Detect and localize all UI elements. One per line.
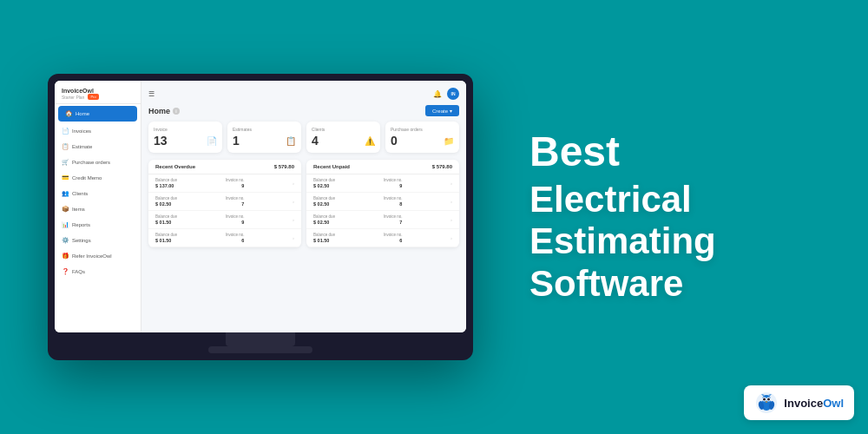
row-amount: $ 137.00 bbox=[155, 183, 177, 188]
table-row[interactable]: Balance due $ 02.50 Invoice no. 7 › bbox=[148, 193, 301, 211]
invoice-owl-badge: InvoiceOwl bbox=[744, 385, 854, 420]
heading-line2: Electrical bbox=[529, 179, 692, 220]
stat-purchase-number: 0 bbox=[391, 134, 398, 148]
estimate-icon: 📋 bbox=[62, 143, 69, 150]
stat-estimates-number: 1 bbox=[233, 134, 240, 148]
sidebar-item-clients[interactable]: 👥 Clients bbox=[55, 186, 141, 201]
invoice-label: Invoice no. bbox=[226, 196, 245, 201]
unpaid-total: $ 579.80 bbox=[432, 164, 452, 169]
sidebar-item-credit-memo-label: Credit Memo bbox=[72, 175, 102, 181]
sidebar-item-items-label: Items bbox=[72, 207, 85, 212]
sidebar-item-purchase-orders[interactable]: 🛒 Purchase orders bbox=[55, 155, 141, 170]
sidebar-item-refer[interactable]: 🎁 Refer InvoiceOwl bbox=[55, 248, 141, 264]
stat-invoice-icon: 📄 bbox=[207, 136, 217, 146]
sidebar-item-invoices-label: Invoices bbox=[72, 128, 91, 134]
sidebar-item-clients-label: Clients bbox=[72, 191, 88, 196]
stat-card-clients[interactable]: Clients 4 ⚠️ bbox=[306, 122, 380, 153]
clients-icon: 👥 bbox=[62, 190, 69, 197]
row-left: Balance due $ 01.50 bbox=[155, 214, 177, 225]
owl-icon bbox=[754, 391, 779, 415]
invoice-label: Invoice no. bbox=[384, 233, 403, 237]
stat-card-estimates[interactable]: Estimates 1 📋 bbox=[227, 122, 301, 153]
main-content: ☰ 🔔 IN Home i Create bbox=[141, 81, 466, 332]
hamburger-icon[interactable]: ☰ bbox=[148, 90, 155, 98]
balance-label: Balance due bbox=[155, 178, 177, 182]
chevron-icon: › bbox=[293, 235, 294, 240]
row-right: Invoice no. 9 bbox=[384, 178, 403, 188]
sidebar: InvoiceOwl Starter Plan Pro 🏠 Home 📄 Inv… bbox=[55, 81, 141, 332]
create-dropdown-icon: ▾ bbox=[450, 108, 452, 114]
row-left: Balance due $ 01.50 bbox=[155, 233, 177, 243]
logo-text: InvoiceOwl bbox=[62, 88, 134, 94]
invoice-num: 8 bbox=[399, 201, 402, 207]
logo-sub: Starter Plan bbox=[62, 95, 84, 100]
table-row[interactable]: Balance due $ 02.50 Invoice no. 8 › bbox=[306, 193, 459, 211]
create-button[interactable]: Create ▾ bbox=[425, 105, 459, 116]
create-button-label: Create bbox=[432, 108, 448, 114]
chevron-icon: › bbox=[450, 181, 452, 186]
monitor-base bbox=[208, 346, 312, 353]
unpaid-title: Recent Unpaid bbox=[313, 164, 350, 169]
stat-card-invoice[interactable]: Invoice 13 📄 bbox=[148, 122, 222, 153]
table-row[interactable]: Balance due $ 01.50 Invoice no. 6 › bbox=[306, 229, 459, 247]
balance-label: Balance due bbox=[313, 214, 335, 219]
invoice-label: Invoice no. bbox=[384, 196, 403, 201]
stat-clients-number: 4 bbox=[312, 134, 319, 148]
stat-invoice-label: Invoice bbox=[154, 127, 217, 132]
stat-clients-label: Clients bbox=[312, 127, 375, 132]
sidebar-item-purchase-orders-label: Purchase orders bbox=[72, 160, 110, 165]
row-right: Invoice no. 8 bbox=[384, 196, 403, 207]
stat-estimates-label: Estimates bbox=[233, 127, 296, 132]
faqs-icon: ❓ bbox=[62, 268, 69, 275]
user-avatar[interactable]: IN bbox=[447, 88, 459, 100]
logo-badge: Pro bbox=[88, 94, 98, 100]
sidebar-item-credit-memo[interactable]: 💳 Credit Memo bbox=[55, 170, 141, 186]
page-title: Home i bbox=[148, 107, 180, 115]
sidebar-item-items[interactable]: 📦 Items bbox=[55, 201, 141, 217]
chevron-icon: › bbox=[450, 199, 452, 204]
row-amount: $ 01.50 bbox=[155, 238, 177, 243]
balance-label: Balance due bbox=[313, 196, 335, 201]
stat-purchase-label: Purchase orders bbox=[391, 127, 454, 132]
table-row[interactable]: Balance due $ 01.50 Invoice no. 6 › bbox=[148, 229, 301, 247]
top-bar: ☰ 🔔 IN bbox=[148, 88, 459, 100]
sidebar-item-invoices[interactable]: 📄 Invoices bbox=[55, 123, 141, 139]
stat-clients-icon: ⚠️ bbox=[365, 136, 375, 146]
table-row[interactable]: Balance due $ 137.00 Invoice no. 9 › bbox=[148, 174, 301, 193]
row-amount: $ 01.50 bbox=[313, 238, 335, 243]
info-icon: i bbox=[173, 108, 180, 115]
recent-overdue-table: Recent Overdue $ 579.80 Balance due $ 13… bbox=[148, 160, 301, 247]
balance-label: Balance due bbox=[155, 196, 177, 201]
overdue-total: $ 579.80 bbox=[274, 164, 294, 169]
monitor-section: InvoiceOwl Starter Plan Pro 🏠 Home 📄 Inv… bbox=[35, 74, 486, 360]
invoice-num: 9 bbox=[399, 183, 402, 188]
balance-label: Balance due bbox=[313, 233, 335, 237]
row-left: Balance due $ 02.50 bbox=[313, 214, 335, 225]
credit-memo-icon: 💳 bbox=[62, 174, 69, 181]
sidebar-item-home[interactable]: 🏠 Home bbox=[58, 106, 137, 122]
row-left: Balance due $ 137.00 bbox=[155, 178, 177, 188]
stat-card-purchase-orders[interactable]: Purchase orders 0 📁 bbox=[385, 122, 459, 153]
sidebar-item-settings[interactable]: ⚙️ Settings bbox=[55, 233, 141, 248]
sidebar-item-reports[interactable]: 📊 Reports bbox=[55, 217, 141, 233]
svg-point-5 bbox=[763, 398, 766, 401]
sidebar-item-faqs[interactable]: ❓ FAQs bbox=[55, 264, 141, 279]
row-amount: $ 02.50 bbox=[313, 201, 335, 207]
heading-line3: Estimating Software bbox=[529, 220, 716, 303]
purchase-orders-icon: 🛒 bbox=[62, 159, 69, 166]
sidebar-item-refer-label: Refer InvoiceOwl bbox=[72, 253, 112, 259]
reports-icon: 📊 bbox=[62, 221, 69, 228]
row-left: Balance due $ 02.50 bbox=[155, 196, 177, 207]
bell-icon[interactable]: 🔔 bbox=[433, 90, 442, 98]
table-row[interactable]: Balance due $ 01.50 Invoice no. 9 › bbox=[148, 211, 301, 229]
stat-purchase-value: 0 📁 bbox=[391, 134, 454, 148]
sidebar-item-estimate[interactable]: 📋 Estimate bbox=[55, 139, 141, 155]
table-row[interactable]: Balance due $ 02.50 Invoice no. 9 › bbox=[306, 174, 459, 193]
invoice-num: 7 bbox=[399, 220, 402, 225]
table-row[interactable]: Balance due $ 02.50 Invoice no. 7 › bbox=[306, 211, 459, 229]
invoice-label: Invoice no. bbox=[226, 233, 245, 237]
row-right: Invoice no. 6 bbox=[226, 233, 245, 243]
row-left: Balance due $ 02.50 bbox=[313, 196, 335, 207]
invoice-label: Invoice no. bbox=[226, 214, 245, 219]
sidebar-item-estimate-label: Estimate bbox=[72, 144, 92, 149]
